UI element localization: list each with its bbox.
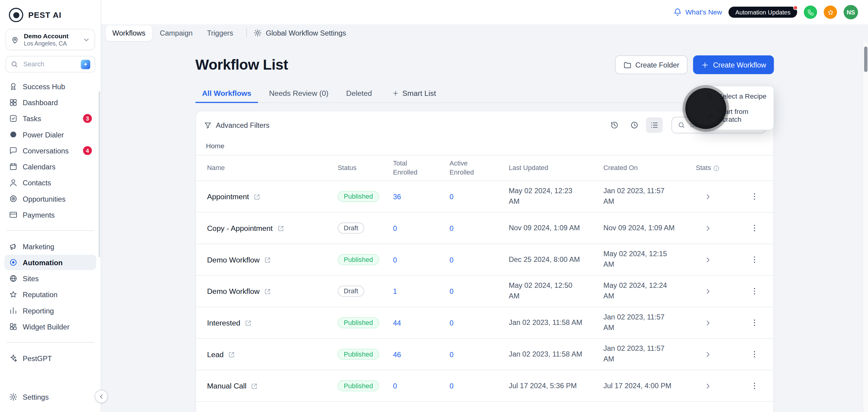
workflow-name[interactable]: Demo Workflow xyxy=(207,287,260,296)
sidebar-search[interactable]: ✦ xyxy=(5,56,95,73)
total-enrolled-link[interactable]: 0 xyxy=(393,382,397,390)
bar-chart-icon xyxy=(9,306,18,315)
last-updated-value: Jan 02 2023, 11:58 AM xyxy=(509,318,603,328)
external-link-icon[interactable] xyxy=(228,351,236,358)
external-link-icon[interactable] xyxy=(264,288,271,295)
subnav-tab-campaign[interactable]: Campaign xyxy=(153,25,199,41)
workflow-row-appointment[interactable]: Appointment Published 36 0 May 02 2024, … xyxy=(196,181,773,213)
row-menu-button[interactable] xyxy=(750,382,759,390)
global-workflow-settings-button[interactable]: Global Workflow Settings xyxy=(254,29,346,37)
sidebar-item-marketing[interactable]: Marketing xyxy=(4,239,96,254)
sidebar-item-reputation[interactable]: Reputation xyxy=(4,287,96,302)
main-area: What's New Automation Updates NS Workflo… xyxy=(101,0,868,412)
sidebar-item-widget-builder[interactable]: Widget Builder xyxy=(4,319,96,334)
workflow-row-interested[interactable]: Interested Published 44 0 Jan 02 2023, 1… xyxy=(196,308,773,339)
sidebar-item-success-hub[interactable]: Success Hub xyxy=(4,79,96,94)
account-switcher[interactable]: Demo Account Los Angeles, CA xyxy=(5,29,95,51)
row-chevron-icon[interactable] xyxy=(704,224,712,232)
workflow-name[interactable]: Interested xyxy=(207,319,240,327)
page-scrollbar[interactable] xyxy=(863,42,868,412)
active-enrolled-link[interactable]: 0 xyxy=(450,193,453,201)
row-menu-button[interactable] xyxy=(750,287,759,296)
row-menu-button[interactable] xyxy=(750,224,759,232)
sidebar-item-tasks[interactable]: Tasks 3 xyxy=(4,110,96,126)
create-workflow-button[interactable]: Create Workflow xyxy=(693,56,774,74)
subnav-tab-triggers[interactable]: Triggers xyxy=(200,25,240,41)
list-view-button[interactable] xyxy=(646,117,662,133)
subnav-tab-workflows[interactable]: Workflows xyxy=(106,25,152,41)
user-avatar[interactable]: NS xyxy=(844,5,858,20)
row-menu-button[interactable] xyxy=(750,255,759,264)
automation-updates-pill[interactable]: Automation Updates xyxy=(729,7,797,18)
sidebar-item-dashboard[interactable]: Dashboard xyxy=(4,95,96,110)
total-enrolled-link[interactable]: 0 xyxy=(393,256,397,264)
active-enrolled-link[interactable]: 0 xyxy=(450,319,453,327)
workflow-name[interactable]: Demo Workflow xyxy=(207,256,260,264)
workflow-row-demo-workflow[interactable]: Demo Workflow Draft 1 0 May 02 2024, 12:… xyxy=(196,276,773,308)
active-enrolled-link[interactable]: 0 xyxy=(450,224,453,232)
bell-icon xyxy=(673,8,682,17)
sidebar-search-input[interactable] xyxy=(22,60,77,68)
active-enrolled-link[interactable]: 0 xyxy=(450,382,453,390)
active-enrolled-link[interactable]: 0 xyxy=(450,256,453,264)
ai-search-icon[interactable]: ✦ xyxy=(81,59,90,69)
total-enrolled-link[interactable]: 1 xyxy=(393,287,397,296)
row-chevron-icon[interactable] xyxy=(704,382,712,390)
row-chevron-icon[interactable] xyxy=(704,350,712,359)
sidebar-item-sites[interactable]: Sites xyxy=(4,271,96,286)
sidebar-item-conversations[interactable]: Conversations 4 xyxy=(4,143,96,158)
sidebar-item-calendars[interactable]: Calendars xyxy=(4,159,96,174)
row-chevron-icon[interactable] xyxy=(704,193,712,201)
workflow-name[interactable]: Lead xyxy=(207,350,224,359)
total-enrolled-link[interactable]: 0 xyxy=(393,224,397,232)
recent-view-button[interactable] xyxy=(626,117,643,133)
external-link-icon[interactable] xyxy=(251,382,258,390)
row-chevron-icon[interactable] xyxy=(704,256,712,264)
info-icon[interactable] xyxy=(713,165,720,171)
sidebar-item-power-dialer[interactable]: Power Dialer xyxy=(4,127,96,142)
active-enrolled-link[interactable]: 0 xyxy=(450,350,453,359)
external-link-icon[interactable] xyxy=(245,319,252,326)
sidebar-collapse-button[interactable] xyxy=(95,390,108,403)
row-chevron-icon[interactable] xyxy=(704,319,712,327)
row-menu-button[interactable] xyxy=(750,192,759,201)
external-link-icon[interactable] xyxy=(264,256,271,263)
rewards-button[interactable] xyxy=(824,5,837,19)
sidebar-item-payments[interactable]: Payments xyxy=(4,207,96,222)
external-link-icon[interactable] xyxy=(253,193,261,200)
row-menu-button[interactable] xyxy=(750,350,759,359)
workflow-row-demo-workflow[interactable]: Demo Workflow Published 0 0 Dec 25 2024,… xyxy=(196,244,773,276)
create-folder-button[interactable]: Create Folder xyxy=(615,56,688,74)
tab-needs-review-0[interactable]: Needs Review (0) xyxy=(262,84,335,102)
tab-deleted[interactable]: Deleted xyxy=(339,84,378,102)
smart-list-button[interactable]: Smart List xyxy=(390,84,438,102)
sidebar-scrollbar[interactable] xyxy=(98,91,100,257)
advanced-filters-button[interactable]: Advanced Filters xyxy=(204,121,270,129)
sidebar-item-opportunities[interactable]: Opportunities xyxy=(4,191,96,207)
sidebar-item-pestgpt[interactable]: PestGPT xyxy=(4,350,96,366)
total-enrolled-link[interactable]: 46 xyxy=(393,350,401,359)
active-enrolled-link[interactable]: 0 xyxy=(450,287,453,296)
external-link-icon[interactable] xyxy=(277,225,284,232)
sidebar-item-reporting[interactable]: Reporting xyxy=(4,303,96,318)
total-enrolled-link[interactable]: 36 xyxy=(393,193,401,201)
sidebar-item-contacts[interactable]: Contacts xyxy=(4,175,96,190)
workflow-name[interactable]: Manual Call xyxy=(207,382,247,390)
row-chevron-icon[interactable] xyxy=(704,287,712,296)
workflow-name[interactable]: Appointment xyxy=(207,193,249,201)
whats-new-button[interactable]: What's New xyxy=(673,8,722,17)
phone-button[interactable] xyxy=(804,5,817,19)
workflow-row-manual-call[interactable]: Manual Call Published 0 0 Jul 17 2024, 5… xyxy=(196,371,773,402)
workflow-row-copy-appointment[interactable]: Copy - Appointment Draft 0 0 Nov 09 2024… xyxy=(196,213,773,245)
total-enrolled-link[interactable]: 44 xyxy=(393,319,401,327)
row-menu-button[interactable] xyxy=(750,318,759,327)
tab-all-workflows[interactable]: All Workflows xyxy=(195,84,258,102)
history-view-button[interactable] xyxy=(606,117,623,133)
sidebar-item-automation[interactable]: Automation xyxy=(4,255,96,270)
list-icon xyxy=(650,121,658,129)
scrollbar-thumb[interactable] xyxy=(864,46,867,72)
sidebar-item-settings[interactable]: Settings xyxy=(4,389,96,405)
workflow-row-lead[interactable]: Lead Published 46 0 Jan 02 2023, 11:58 A… xyxy=(196,339,773,371)
breadcrumb-home[interactable]: Home xyxy=(196,139,773,155)
workflow-name[interactable]: Copy - Appointment xyxy=(207,224,273,232)
